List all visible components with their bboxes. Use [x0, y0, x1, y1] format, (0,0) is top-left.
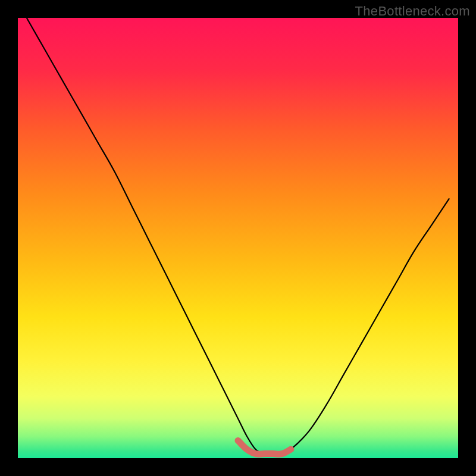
highlight-bottom-segment: [238, 440, 291, 454]
chart-frame: TheBottleneck.com: [0, 0, 476, 476]
curve-layer: [18, 18, 458, 458]
watermark-text: TheBottleneck.com: [355, 4, 470, 19]
main-curve: [27, 18, 449, 454]
plot-area: [18, 18, 458, 458]
